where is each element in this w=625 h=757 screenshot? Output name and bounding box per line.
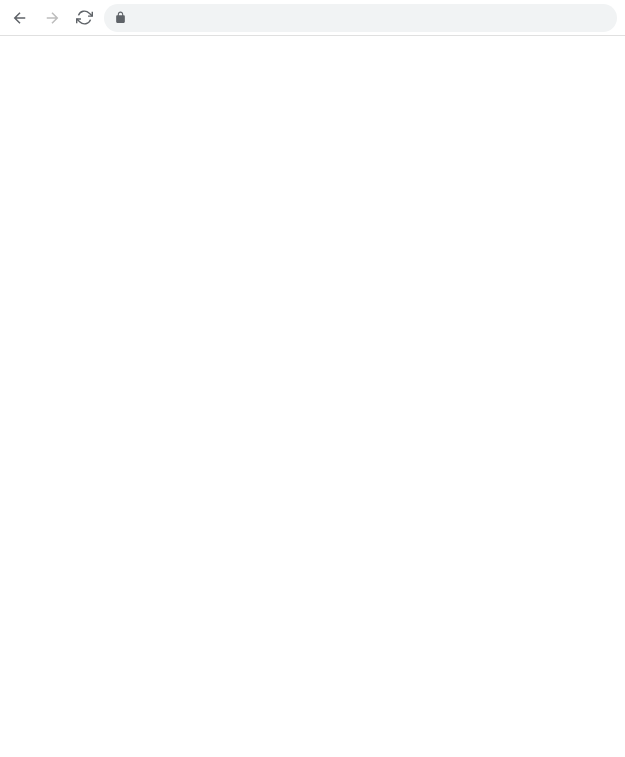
reload-button[interactable] [72, 6, 96, 30]
arrow-right-icon [43, 9, 61, 27]
back-button[interactable] [8, 6, 32, 30]
url-bar[interactable] [104, 4, 617, 32]
lock-icon [114, 11, 127, 24]
forward-button[interactable] [40, 6, 64, 30]
directory-listing [0, 36, 625, 40]
browser-toolbar [0, 0, 625, 36]
arrow-left-icon [11, 9, 29, 27]
reload-icon [76, 9, 93, 26]
